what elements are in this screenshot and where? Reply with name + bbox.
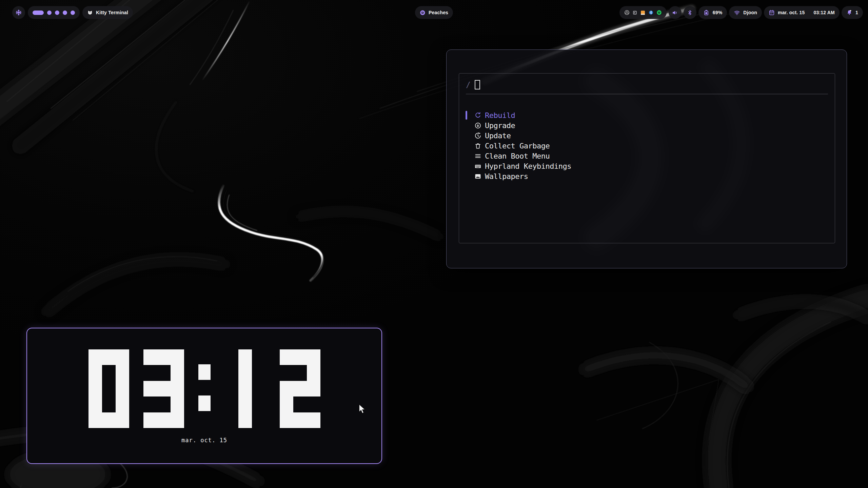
clock-widget: mar. oct. 15: [26, 328, 382, 464]
battery-percent: 69%: [713, 10, 723, 15]
menu-item[interactable]: Hyprland Keybindings: [459, 161, 835, 171]
network-ssid: Djoon: [743, 10, 757, 15]
active-window-pill[interactable]: Kitty Terminal: [82, 6, 133, 19]
nix-snowflake-icon: [15, 9, 22, 16]
datetime-pill[interactable]: mar. oct. 1503:12 AM: [764, 6, 840, 19]
workspace-dot[interactable]: [63, 11, 67, 15]
spotify-icon: [420, 10, 426, 16]
clock-digits: [88, 349, 320, 428]
workspace-dot[interactable]: [71, 11, 75, 15]
notification-count: 1: [855, 10, 858, 15]
bar-date: mar. oct. 15: [778, 10, 805, 15]
bell-icon: [846, 9, 852, 16]
desktop: Kitty Terminal Peaches: [0, 0, 868, 488]
bluetooth-icon: [687, 10, 693, 16]
clock-digit-2: [280, 349, 320, 428]
list-icon: [474, 152, 481, 160]
spotify-tray-icon[interactable]: [656, 10, 662, 15]
clock-digit-0: [88, 349, 129, 428]
cat-icon: [87, 10, 93, 16]
orange-app-icon[interactable]: [640, 10, 646, 15]
workspace-dot[interactable]: [55, 11, 59, 15]
now-playing-title: Peaches: [429, 10, 448, 15]
battery-icon: [703, 9, 710, 16]
workspaces-pill: [28, 6, 80, 19]
keepassxc-icon[interactable]: [633, 11, 637, 15]
menu-item[interactable]: Upgrade: [459, 120, 835, 130]
wifi-icon: [734, 9, 740, 16]
clock-date: mar. oct. 15: [181, 437, 227, 444]
active-window-title: Kitty Terminal: [96, 10, 128, 15]
menu-item[interactable]: Clean Boot Menu: [459, 151, 835, 161]
nix-menu-window: / Rebuild Upgrade Update Collect Garbage: [446, 49, 847, 268]
menu-item[interactable]: Collect Garbage: [459, 141, 835, 151]
speaker-icon: [672, 9, 678, 16]
menu-item[interactable]: Rebuild: [459, 110, 835, 120]
obs-icon[interactable]: [624, 10, 630, 15]
bar-time: 03:12 AM: [813, 10, 835, 15]
refresh-icon: [474, 112, 481, 119]
notifications-pill[interactable]: 1: [842, 6, 863, 19]
menu-item[interactable]: Wallpapers: [459, 171, 835, 181]
selection-indicator-bar: [466, 111, 467, 120]
menu-item[interactable]: Update: [459, 130, 835, 141]
clock-digit-3: [143, 349, 184, 428]
volume-button[interactable]: [669, 6, 682, 19]
launcher-button[interactable]: [12, 6, 25, 19]
trash-icon: [474, 142, 481, 149]
mouse-cursor: [358, 404, 367, 415]
workspace-active[interactable]: [33, 11, 44, 15]
search-prompt: /: [466, 80, 471, 89]
bluetooth-tray-icon[interactable]: [649, 10, 653, 15]
clock-digit-1: [225, 349, 265, 428]
download-circle-icon: [474, 122, 481, 129]
battery-pill[interactable]: 69%: [698, 6, 727, 19]
clock-colon: [198, 349, 211, 428]
workspace-dot[interactable]: [47, 11, 52, 15]
top-bar: Kitty Terminal Peaches: [0, 0, 868, 25]
menu-panel: / Rebuild Upgrade Update Collect Garbage: [459, 73, 835, 243]
update-clock-icon: [474, 132, 481, 139]
text-cursor: [475, 80, 480, 89]
tray-pill: [619, 6, 667, 19]
workspaces: [33, 11, 75, 15]
network-pill[interactable]: Djoon: [729, 6, 762, 19]
menu-list: Rebuild Upgrade Update Collect Garbage C…: [459, 110, 835, 181]
bluetooth-button[interactable]: [684, 6, 696, 19]
search-row[interactable]: /: [459, 74, 835, 89]
calendar-icon: [769, 9, 775, 16]
now-playing-pill[interactable]: Peaches: [415, 6, 453, 19]
image-icon: [474, 173, 481, 180]
keyboard-icon: [474, 163, 481, 170]
separator: [466, 94, 828, 94]
